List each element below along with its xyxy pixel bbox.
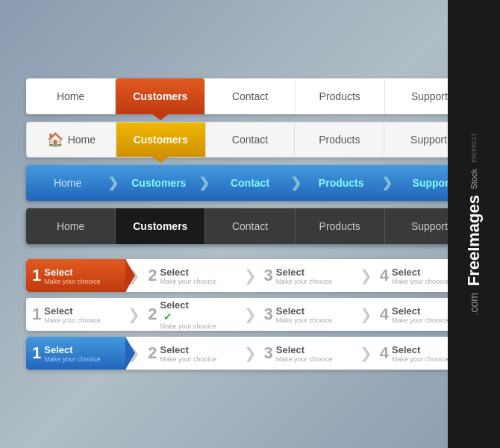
step-text: Select Make your chooice [392, 267, 449, 285]
step-text: Select Make your chooice [276, 305, 333, 324]
step-bars: 1 Select Make your chooice ❯ 2 Select Ma… [26, 259, 474, 370]
step2-2[interactable]: 2 Select ✔ Make your chooice [142, 298, 242, 331]
step-text: Select Make your chooice [44, 344, 101, 363]
watermark-suffix: .com [468, 293, 480, 315]
stepbar-2: 1 Select Make your chooice ❯ 2 Select ✔ … [26, 298, 474, 331]
house-icon: 🏠 [47, 131, 63, 148]
watermark-brand: FreeImages [464, 195, 484, 286]
step-number: 1 [32, 306, 41, 323]
nav1-customers[interactable]: Customers [116, 78, 205, 114]
step-number: 3 [264, 306, 273, 323]
step-number: 1 [32, 345, 41, 361]
step-number: 3 [264, 267, 273, 284]
step-text: Select Make your chooice [160, 344, 217, 363]
step-number: 4 [380, 345, 389, 361]
stepbar-3: 1 Select Make your chooice ❯ 2 Select Ma… [26, 337, 474, 370]
step-text: Select Make your chooice [276, 344, 333, 363]
step-number: 2 [148, 306, 157, 323]
step-number: 4 [380, 306, 389, 323]
step-chevron-3: ❯ [358, 337, 374, 370]
step-text: Select Make your chooice [44, 305, 101, 324]
navbar-2: 🏠 Home Customers Contact Products Suppor… [26, 122, 474, 158]
nav1-products[interactable]: Products [296, 78, 385, 114]
step-text: Select Make your chooice [276, 267, 333, 285]
navbar-1: Home Customers Contact Products Support [26, 78, 474, 114]
step-number: 2 [148, 345, 157, 361]
nav2-products[interactable]: Products [295, 122, 384, 157]
step-text: Select Make your chooice [44, 267, 101, 285]
step1-2[interactable]: 2 Select Make your chooice [142, 259, 242, 292]
step-chevron-3: ❯ [358, 259, 374, 292]
navbar-4: Home Customers Contact Products Support … [26, 208, 474, 244]
step2-3[interactable]: 3 Select Make your chooice [258, 298, 358, 331]
nav3-products[interactable]: Products [300, 165, 383, 201]
nav2-home[interactable]: 🏠 Home [27, 122, 116, 157]
nav4-products[interactable]: Products [296, 208, 385, 244]
step3-3[interactable]: 3 Select Make your chooice [258, 337, 358, 370]
step-text: Select Make your chooice [392, 305, 449, 324]
step-chevron-2: ❯ [243, 337, 258, 370]
step-text: Select Make your chooice [160, 267, 217, 285]
nav1-contact[interactable]: Contact [205, 78, 295, 114]
step-number: 2 [148, 267, 157, 284]
nav4-customers[interactable]: Customers [116, 208, 205, 244]
check-icon: ✔ [163, 311, 217, 323]
watermark-strip: 17364364 Stock FreeImages .com [448, 0, 500, 448]
nav2-contact[interactable]: Contact [206, 122, 296, 157]
step-chevron-2: ❯ [243, 298, 258, 331]
step3-1[interactable]: 1 Select Make your chooice [26, 337, 126, 370]
step2-1[interactable]: 1 Select Make your chooice [26, 298, 126, 331]
nav4-home[interactable]: Home [26, 208, 116, 244]
stepbar-1: 1 Select Make your chooice ❯ 2 Select Ma… [26, 259, 474, 292]
main-container: Home Customers Contact Products Support … [26, 78, 474, 370]
step3-2[interactable]: 2 Select Make your chooice [142, 337, 242, 370]
step-number: 4 [380, 267, 389, 284]
nav3-customers[interactable]: Customers [117, 165, 200, 201]
step-text: Select Make your chooice [392, 344, 449, 363]
step-text: Select ✔ Make your chooice [160, 299, 217, 330]
step1-3[interactable]: 3 Select Make your chooice [258, 259, 358, 292]
nav2-customers[interactable]: Customers [116, 122, 206, 157]
step-number: 1 [32, 267, 41, 284]
nav1-home[interactable]: Home [26, 78, 116, 114]
watermark-id: 17364364 [470, 133, 478, 163]
step1-1[interactable]: 1 Select Make your chooice [26, 259, 126, 292]
nav3-contact[interactable]: Contact [208, 165, 291, 201]
step-chevron-2: ❯ [243, 259, 258, 292]
step-chevron-1: ❯ [126, 298, 142, 331]
step-number: 3 [264, 345, 273, 361]
nav4-contact[interactable]: Contact [205, 208, 295, 244]
navbar-3: Home ❯ Customers ❯ Contact ❯ Products ❯ … [26, 165, 474, 201]
nav3-home[interactable]: Home [26, 165, 109, 201]
watermark-prefix: Stock [469, 169, 478, 190]
step-chevron-3: ❯ [358, 298, 374, 331]
